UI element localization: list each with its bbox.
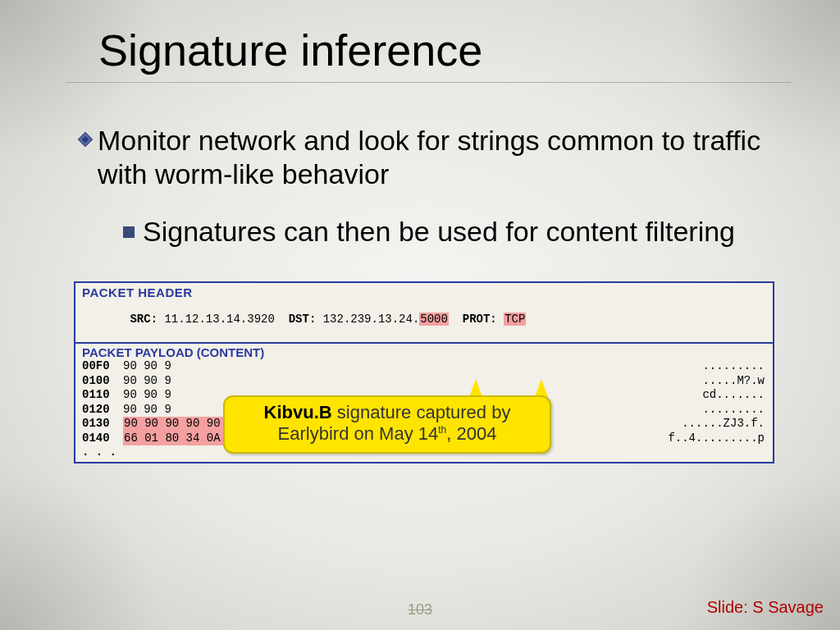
hex-offset: 0110	[82, 388, 123, 403]
packet-box: PACKET HEADER SRC: 11.12.13.14.3920 DST:…	[74, 281, 774, 463]
slide-credit: Slide: S Savage	[707, 598, 824, 617]
callout-line1: signature captured by	[332, 402, 511, 422]
prot-value-highlight: TCP	[504, 313, 526, 326]
diamond-bullet-icon	[78, 132, 93, 147]
hex-ascii: ......ZJ3.f.	[682, 417, 765, 431]
callout-box: Kibvu.B signature captured by Earlybird …	[223, 395, 551, 454]
hex-ascii: .........	[702, 359, 765, 374]
hex-ascii: .........	[702, 403, 765, 418]
callout-tail-icon	[469, 379, 482, 397]
hex-ascii: .....M?.w	[702, 374, 765, 389]
hex-bytes: 90 90 9	[123, 388, 171, 403]
payload-body: 00F090 90 9......... 010090 90 9.....M?.…	[75, 359, 773, 445]
hex-offset: 0130	[82, 417, 123, 431]
hex-offset: 0140	[82, 431, 123, 446]
square-bullet-icon	[123, 226, 135, 238]
dst-port-highlight: 5000	[419, 313, 449, 326]
slide-title: Signature inference	[98, 25, 791, 75]
prot-label: PROT:	[463, 313, 497, 326]
payload-label: PACKET PAYLOAD (CONTENT)	[75, 344, 773, 359]
page-number-strike: 103	[408, 601, 432, 619]
bullet-main-row: Monitor network and look for strings com…	[78, 124, 791, 192]
hex-ascii: f..4.........p	[668, 431, 765, 446]
callout-tail-icon	[535, 379, 548, 397]
callout-sup: th	[438, 423, 446, 435]
hex-bytes: 90 90 9	[123, 374, 171, 389]
packet-header-line: SRC: 11.12.13.14.3920 DST: 132.239.13.24…	[75, 299, 773, 342]
src-value: 11.12.13.14.3920	[164, 313, 274, 326]
hex-bytes: 90 90 9	[123, 359, 171, 374]
hex-bytes: 90 90 9	[123, 403, 171, 418]
hex-row: 010090 90 9.....M?.w	[75, 374, 773, 389]
ascii-prefix: f..4	[668, 431, 696, 445]
dst-ip: 132.239.13.24.	[323, 313, 420, 326]
slide: Signature inference Monitor network and …	[0, 0, 840, 630]
callout-line2b: , 2004	[446, 423, 496, 444]
vignette	[0, 466, 164, 630]
bullet-sub-text: Signatures can then be used for content …	[143, 215, 735, 249]
hex-ascii: cd.......	[702, 388, 765, 403]
hex-offset: 0120	[82, 403, 123, 418]
bullet-main-text: Monitor network and look for strings com…	[98, 124, 791, 192]
callout-bold: Kibvu.B	[264, 402, 332, 422]
dst-label: DST:	[289, 313, 317, 326]
hex-offset: 0100	[82, 374, 123, 389]
hex-offset: 00F0	[82, 359, 123, 374]
hex-row: 00F090 90 9.........	[75, 359, 773, 374]
packet-header-label: PACKET HEADER	[75, 283, 773, 299]
callout-line2a: Earlybird on May 14	[278, 423, 439, 444]
bullet-sub-row: Signatures can then be used for content …	[123, 215, 791, 249]
title-divider	[66, 82, 791, 83]
ascii-suffix: .........p	[696, 431, 765, 445]
src-label: SRC:	[130, 313, 158, 326]
